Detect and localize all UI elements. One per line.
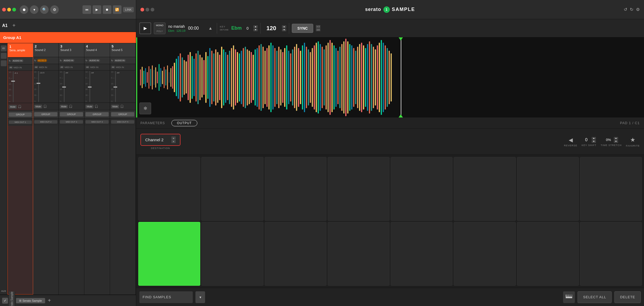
find-dropdown-button[interactable]: ▾ bbox=[195, 291, 205, 303]
settings-icon[interactable]: ⚙ bbox=[636, 7, 640, 12]
pad-9[interactable] bbox=[138, 222, 200, 286]
link-button[interactable]: LINK bbox=[123, 7, 134, 12]
dropdown-icon[interactable]: ▾ bbox=[30, 5, 38, 14]
parameters-tab[interactable]: PARAMETERS bbox=[140, 120, 165, 126]
pad-14[interactable] bbox=[454, 222, 516, 286]
svg-rect-32 bbox=[195, 53, 197, 101]
channel-step-up[interactable]: ▲ bbox=[171, 136, 176, 140]
back-icon[interactable]: ⏮ bbox=[83, 5, 91, 14]
track-col-2[interactable]: 2 Sound 2 ↻ A1:S1-2 All MIDI IN 10 - 0 —… bbox=[33, 43, 59, 295]
serato-max-btn[interactable] bbox=[151, 8, 154, 11]
serato-min-btn[interactable] bbox=[146, 8, 149, 11]
track-col-4[interactable]: 4 Sound 4 ↻ AUDIO IN All MIDI IN 10 - 0 … bbox=[84, 43, 110, 295]
svg-rect-141 bbox=[568, 295, 569, 297]
sync-x2-btn[interactable]: x 2 bbox=[316, 25, 320, 28]
track-2-group-btn[interactable]: GROUP bbox=[34, 112, 57, 116]
serato-sample-tab[interactable]: Serato Sample bbox=[16, 298, 45, 303]
track-4-midi-badge1: All bbox=[85, 66, 89, 69]
channel-selector[interactable]: Channel 2 ▲ ▼ bbox=[140, 134, 180, 146]
track-col-1[interactable]: 1 Sera..ample ↻ AUDIO IN All MIDI IN 10 … bbox=[7, 43, 33, 295]
svg-rect-75 bbox=[280, 49, 281, 105]
pad-3[interactable] bbox=[265, 157, 327, 221]
pad-13[interactable] bbox=[391, 222, 453, 286]
svg-rect-51 bbox=[233, 45, 234, 109]
checkmark-icon[interactable]: ✓ bbox=[2, 298, 8, 304]
waveform-area[interactable]: ❄ bbox=[136, 37, 644, 117]
pad-6[interactable] bbox=[454, 157, 516, 221]
sync-half-btn[interactable]: 1/2 bbox=[316, 28, 320, 31]
svg-rect-39 bbox=[209, 48, 210, 107]
power-icon[interactable]: ⏺ bbox=[20, 5, 28, 14]
record-icon[interactable]: ⏺ bbox=[103, 5, 111, 14]
serato-close-btn[interactable] bbox=[140, 8, 144, 11]
io-btn[interactable]: IO bbox=[1, 45, 7, 51]
serato-play-btn[interactable]: ▶ bbox=[139, 22, 151, 34]
track-5-group-btn[interactable]: GROUP bbox=[111, 112, 134, 116]
delete-button[interactable]: DELETE bbox=[614, 291, 641, 303]
transport-row: ▶ MONO — POLY no mariah Ebm 120.19 00:00… bbox=[136, 19, 644, 37]
track-4-group-btn[interactable]: GROUP bbox=[85, 112, 109, 116]
track-3-group-btn[interactable]: GROUP bbox=[60, 112, 83, 116]
pad-10[interactable] bbox=[201, 222, 263, 286]
undo-icon[interactable]: ↺ bbox=[624, 7, 627, 12]
track-1-group-btn[interactable]: GROUP bbox=[9, 112, 32, 117]
loop-icon[interactable]: 🔁 bbox=[113, 5, 121, 14]
favorite-button[interactable]: ★ bbox=[630, 136, 635, 143]
maximize-btn[interactable] bbox=[12, 8, 16, 11]
minimize-btn[interactable] bbox=[7, 8, 11, 11]
freeze-button[interactable]: ❄ bbox=[139, 103, 151, 114]
side-btn-3[interactable] bbox=[1, 60, 7, 66]
pad-7[interactable] bbox=[517, 157, 579, 221]
track-3-mute-btn[interactable]: Mute bbox=[60, 105, 68, 108]
pad-12[interactable] bbox=[328, 222, 390, 286]
track-2-knob[interactable] bbox=[37, 83, 40, 84]
track-5-audio-in: ↻ AUDIO IN bbox=[110, 57, 135, 64]
track-5-knob[interactable] bbox=[113, 87, 117, 88]
ts-down[interactable]: ▼ bbox=[614, 140, 618, 143]
close-btn[interactable] bbox=[2, 8, 6, 11]
svg-rect-96 bbox=[322, 47, 323, 108]
bpm-step-down[interactable]: ▼ bbox=[282, 29, 286, 31]
pad-15[interactable] bbox=[517, 222, 579, 286]
add-tab-button[interactable]: + bbox=[46, 297, 53, 304]
find-samples-button[interactable]: FIND SAMPLES bbox=[139, 291, 193, 303]
track-1-knob[interactable] bbox=[11, 81, 15, 82]
pitch-up-btn[interactable]: ▲ bbox=[207, 25, 214, 32]
keyshift-up[interactable]: ▲ bbox=[592, 137, 596, 140]
track-col-3[interactable]: 3 Sound 3 ↻ AUDIO IN All MIDI IN 10 - 0 … bbox=[59, 43, 84, 295]
output-tab[interactable]: OUTPUT bbox=[171, 120, 197, 126]
track-2-mute-btn[interactable]: Mute bbox=[34, 105, 42, 108]
keyshift-down[interactable]: ▼ bbox=[592, 140, 596, 143]
track-4-mute-btn[interactable]: Mute bbox=[85, 105, 93, 108]
mixer-icon[interactable]: ⚙ bbox=[50, 5, 59, 14]
play-icon[interactable]: ▶ bbox=[93, 5, 101, 14]
pad-4[interactable] bbox=[328, 157, 390, 221]
pad-5[interactable] bbox=[391, 157, 453, 221]
sync-button[interactable]: SYNC bbox=[292, 24, 313, 33]
track-3-knob[interactable] bbox=[62, 87, 66, 88]
key-step-up[interactable]: ▲ bbox=[253, 25, 258, 28]
pad-1[interactable] bbox=[138, 157, 200, 221]
ts-up[interactable]: ▲ bbox=[614, 137, 618, 140]
pad-16[interactable] bbox=[580, 222, 642, 286]
piano-button[interactable] bbox=[563, 291, 575, 303]
search-icon[interactable]: 🔍 bbox=[40, 5, 49, 14]
bpm-step-up[interactable]: ▲ bbox=[282, 25, 286, 28]
side-btn-2[interactable] bbox=[1, 53, 7, 59]
pad-2[interactable] bbox=[201, 157, 263, 221]
channel-step-down[interactable]: ▼ bbox=[171, 140, 176, 143]
track-4-knob[interactable] bbox=[88, 87, 92, 88]
add-track-button[interactable]: + bbox=[11, 22, 17, 29]
select-all-button[interactable]: SELECT ALL bbox=[578, 291, 612, 303]
svg-rect-6 bbox=[148, 66, 149, 89]
pad-8[interactable] bbox=[580, 157, 642, 221]
pad-11[interactable] bbox=[265, 222, 327, 286]
key-step-down[interactable]: ▼ bbox=[253, 29, 258, 31]
mono-poly-btn[interactable]: MONO — POLY bbox=[154, 22, 166, 34]
svg-rect-90 bbox=[310, 52, 311, 103]
track-1-mute-btn[interactable]: Mute bbox=[9, 105, 17, 109]
track-col-5[interactable]: 5 Sound 5 ↻ AUDIO IN All MIDI IN 10 - 0 … bbox=[110, 43, 136, 295]
redo-icon[interactable]: ↻ bbox=[630, 7, 633, 12]
track-5-mute-btn[interactable]: Mute bbox=[111, 105, 119, 108]
reverse-button[interactable]: ◀ bbox=[569, 137, 573, 143]
